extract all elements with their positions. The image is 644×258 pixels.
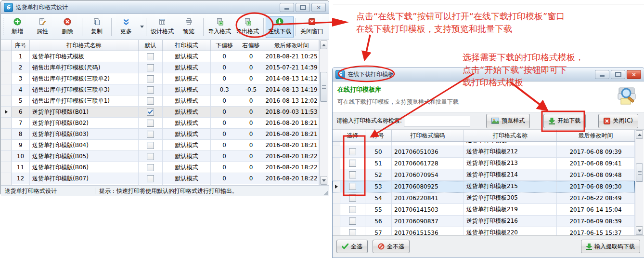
table-row[interactable]: 4销售出库单打印模板(三联单3)默认模式0.3-0.52014-08-13 14… [1, 84, 319, 95]
table-row[interactable]: 9送货单打印模版(B04)默认模式002016-08-20 18:21 [1, 140, 319, 151]
cell-default[interactable] [139, 73, 163, 84]
toolbar-drag-handle[interactable] [2, 18, 4, 36]
checkbox[interactable] [349, 217, 356, 225]
cell-select[interactable] [340, 146, 365, 157]
cell-default[interactable] [139, 95, 163, 106]
start-download-button[interactable]: 开始下载 [543, 114, 586, 128]
close-dialog-button[interactable]: 关闭(C) [598, 114, 638, 128]
table-row[interactable]: 56201706090837送货单打印模板2162017-06-09 08:39 [333, 216, 635, 227]
select-all-button[interactable]: 全选 [336, 240, 368, 253]
toolbar-button-preview-printer[interactable]: 预览 [176, 16, 201, 38]
minimize-button[interactable] [595, 70, 609, 79]
table-row[interactable]: 51201706061728送货单打印模板2132017-06-08 09:41 [333, 158, 635, 169]
column-header[interactable]: 右偏移 [238, 40, 264, 51]
column-header[interactable]: 打印格式编码 [392, 130, 464, 141]
toolbar-button-copy[interactable]: 复制 [84, 16, 109, 38]
cell-default[interactable] [139, 173, 163, 184]
preview-style-button[interactable]: 预览样式 [486, 114, 530, 128]
table-row[interactable]: 1送货单打印格式模板默认模式002018-08-21 10:25 [1, 51, 319, 62]
scroll-up-button[interactable] [320, 41, 327, 49]
code-download-button[interactable]: 输入提取码下载 [581, 240, 640, 253]
cell-select[interactable] [340, 192, 365, 204]
minimize-button[interactable] [280, 3, 294, 12]
toolbar-button-online-download[interactable]: 在线下载 [266, 16, 294, 38]
dropdown-caret-icon[interactable] [140, 26, 144, 28]
checkbox[interactable] [147, 75, 154, 82]
column-header[interactable]: 选择 [340, 130, 365, 141]
table-scrollbar[interactable] [635, 130, 644, 235]
toolbar-button-edit-page[interactable]: 属性 [30, 16, 55, 38]
maximize-button[interactable] [296, 3, 310, 12]
close-button[interactable]: × [311, 3, 326, 12]
maximize-button[interactable] [611, 70, 625, 79]
checkbox[interactable] [147, 120, 154, 127]
table-row[interactable]: 3销售出库单打印模板(三联单2)默认模式002014-08-13 14:12 [1, 73, 319, 84]
cell-select[interactable] [340, 216, 365, 227]
checkbox[interactable] [349, 183, 356, 190]
scroll-down-button[interactable] [320, 176, 327, 185]
cell-select[interactable] [340, 181, 365, 192]
checkbox[interactable] [147, 131, 154, 138]
column-header[interactable]: 打印格式名称 [464, 130, 557, 141]
checkbox[interactable] [147, 53, 154, 60]
checkbox[interactable] [147, 64, 154, 71]
checkbox[interactable] [147, 109, 154, 116]
table-row[interactable]: 54201706220841送货单打印模板3052017-06-22 08:49 [333, 192, 635, 204]
cell-default[interactable] [139, 107, 163, 117]
table-row[interactable]: 55201706141503送货单打印模板2192017-06-14 15:04 [333, 204, 635, 216]
cell-select[interactable] [340, 142, 365, 146]
toolbar-button-design-format[interactable]: 设计格式 [148, 16, 176, 38]
checkbox[interactable] [147, 142, 154, 149]
cell-default[interactable] [139, 151, 163, 162]
cell-default[interactable] [139, 51, 163, 62]
toolbar-button-import[interactable]: 导入格式 [206, 16, 233, 38]
checkbox[interactable] [349, 206, 356, 213]
checkbox[interactable] [147, 164, 154, 171]
table-row[interactable]: 52201706070954送货单打印模板2142017-06-08 09:48 [333, 169, 635, 181]
column-header[interactable]: 打印格式名称 [30, 40, 139, 51]
cell-default[interactable] [139, 84, 163, 95]
cell-default[interactable] [139, 129, 163, 139]
table-row[interactable]: 12送货单打印模版(B07)默认模式002016-08-20 18:22 [1, 173, 319, 184]
design-window-titlebar[interactable]: 送货单打印格式设计 × [1, 1, 329, 14]
column-header[interactable]: 最后修改时间 [264, 40, 319, 51]
toolbar-button-add[interactable]: 新增 [5, 16, 30, 38]
table-scrollbar[interactable] [319, 40, 328, 185]
table-row[interactable]: 57201706151536送货单打印模板2202017-06-15 15:37 [333, 227, 635, 235]
checkbox[interactable] [349, 148, 356, 155]
table-row[interactable]: 8送货单打印模版(B03)默认模式002016-08-20 18:21 [1, 129, 319, 140]
table-row[interactable]: 5销售出库单打印模板(三联单1)默认模式002016-08-13 12:02 [1, 95, 319, 107]
column-header[interactable]: 最后修改时间 [557, 130, 635, 141]
table-row[interactable]: 送货单打印模板 [333, 142, 635, 146]
checkbox[interactable] [147, 86, 154, 94]
checkbox[interactable] [349, 194, 356, 202]
checkbox[interactable] [147, 153, 154, 160]
column-header[interactable]: 打印模式 [163, 40, 211, 51]
table-row[interactable]: 50201706051036送货单打印模板2122017-06-08 09:39 [333, 146, 635, 158]
toolbar-button-more[interactable]: 更多 [114, 16, 139, 38]
search-input[interactable] [404, 116, 470, 126]
column-header[interactable]: 下偏移 [211, 40, 238, 51]
toolbar-button-export[interactable]: 导出格式 [233, 16, 261, 38]
table-row[interactable]: 6送货单打印模版(B01)默认模式002018-09-03 11:53 [1, 107, 319, 118]
scroll-down-button[interactable] [636, 226, 643, 235]
checkbox[interactable] [349, 171, 356, 178]
checkbox[interactable] [147, 97, 154, 105]
column-header[interactable]: 默认 [139, 40, 163, 51]
cell-select[interactable] [340, 169, 365, 180]
table-row[interactable]: 10送货单打印模版(B05)默认模式002016-08-20 18:22 [1, 151, 319, 162]
cell-select[interactable] [340, 227, 365, 235]
toolbar-button-delete[interactable]: 删除 [55, 16, 80, 38]
cell-default[interactable] [139, 140, 163, 150]
table-row[interactable]: 2销售出库单打印模板(尺码)默认模式002015-07-21 14:39 [1, 62, 319, 73]
checkbox[interactable] [349, 160, 356, 167]
cell-default[interactable] [139, 62, 163, 73]
cell-default[interactable] [139, 118, 163, 128]
select-none-button[interactable]: 全不选 [373, 240, 410, 253]
scroll-up-button[interactable] [636, 130, 643, 139]
table-row[interactable]: 11送货单打印模版(B06)默认模式002016-08-20 18:22 [1, 162, 319, 173]
close-button[interactable]: × [627, 70, 641, 79]
resize-grip[interactable] [323, 190, 328, 195]
table-row[interactable]: 7送货单打印模版(B02)默认模式002016-08-20 18:21 [1, 118, 319, 129]
cell-select[interactable] [340, 204, 365, 215]
